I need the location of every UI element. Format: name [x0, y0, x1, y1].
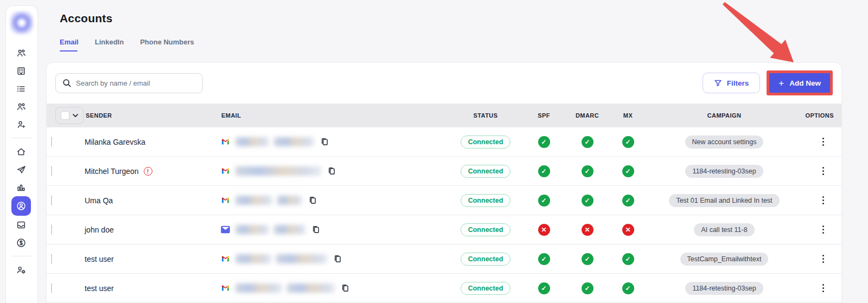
copy-icon[interactable]: [333, 254, 342, 263]
tab-bar: EmailLinkedInPhone Numbers: [60, 38, 868, 51]
column-header-mx: MX: [608, 112, 648, 119]
redacted-email: [235, 254, 271, 263]
warning-icon[interactable]: !: [144, 167, 152, 176]
spf-status-icon: ✓: [538, 282, 550, 294]
row-checkbox[interactable]: [51, 224, 52, 235]
campaign-badge: 1184-retesting-03sep: [685, 282, 763, 295]
row-checkbox[interactable]: [51, 195, 52, 205]
sidebar-item-list[interactable]: [11, 80, 31, 98]
sidebar-item-send[interactable]: [11, 160, 31, 178]
redacted-email: [287, 283, 335, 293]
options-kebab-menu[interactable]: [819, 282, 827, 294]
spf-status-icon: ✕: [538, 224, 550, 236]
tab-email[interactable]: Email: [60, 38, 79, 51]
sidebar-item-bar-chart[interactable]: [11, 178, 31, 196]
gmail-icon: [220, 138, 231, 146]
mx-status-icon: ✓: [622, 253, 634, 265]
redacted-email: [276, 254, 327, 263]
sender-name: john doe: [85, 225, 114, 234]
list-icon: [16, 83, 27, 94]
gmail-icon: [220, 284, 231, 292]
campaign-badge: 1184-retesting-03sep: [685, 165, 763, 178]
bar-chart-icon: [16, 182, 27, 193]
copy-icon[interactable]: [308, 196, 317, 205]
options-kebab-menu[interactable]: [819, 253, 827, 265]
users-alt-icon: [16, 101, 27, 112]
tab-linkedin[interactable]: LinkedIn: [95, 38, 124, 51]
home-icon: [16, 146, 27, 157]
sidebar-nav: [11, 44, 32, 279]
sidebar-divider: [11, 138, 32, 138]
sender-name: test user: [85, 255, 114, 263]
column-header-spf: SPF: [521, 112, 567, 119]
dmarc-status-icon: ✓: [582, 136, 593, 148]
send-icon: [16, 164, 27, 175]
copy-icon[interactable]: [341, 283, 350, 293]
page-title: Accounts: [60, 12, 868, 25]
mx-status-icon: ✓: [622, 136, 634, 148]
spf-status-icon: ✓: [538, 195, 550, 207]
sidebar-item-inbox[interactable]: [11, 216, 31, 234]
campaign-badge: TestCamp_Emailwithtext: [680, 253, 769, 266]
column-header-email: EMAIL: [220, 112, 450, 119]
table-row: Mitchel Turgeon !: [47, 157, 841, 186]
dmarc-status-icon: ✓: [582, 165, 593, 177]
dmarc-status-icon: ✓: [582, 253, 593, 265]
spf-status-icon: ✓: [538, 165, 550, 177]
accounts-panel: Filters + Add New SENDEREMAILSTATUSSPFDM…: [46, 62, 842, 303]
column-header-sender: SENDER: [85, 112, 220, 119]
select-all-control[interactable]: [55, 107, 84, 124]
copy-icon[interactable]: [311, 225, 321, 234]
copy-icon[interactable]: [320, 137, 329, 146]
spf-status-icon: ✓: [538, 253, 550, 265]
inbox-icon: [16, 220, 27, 230]
app-logo: [10, 11, 33, 34]
status-badge: Connected: [461, 136, 511, 149]
column-header-options: OPTIONS: [800, 112, 841, 119]
filters-button[interactable]: Filters: [703, 73, 761, 93]
row-checkbox[interactable]: [51, 166, 52, 176]
page-header: Accounts EmailLinkedInPhone Numbers: [46, 0, 868, 51]
user-gear-icon: [16, 265, 27, 275]
options-kebab-menu[interactable]: [819, 165, 827, 177]
sidebar-item-users-alt[interactable]: [11, 98, 31, 115]
redacted-email: [235, 196, 272, 205]
options-kebab-menu[interactable]: [819, 136, 827, 148]
building-icon: [16, 66, 27, 76]
annotation-highlight-box: + Add New: [767, 70, 833, 95]
search-input[interactable]: [76, 79, 196, 87]
row-checkbox[interactable]: [51, 137, 52, 147]
options-kebab-menu[interactable]: [819, 194, 827, 207]
sidebar-item-user-plus[interactable]: [11, 115, 31, 133]
sidebar-item-home[interactable]: [11, 143, 31, 160]
dmarc-status-icon: ✓: [582, 282, 593, 294]
dmarc-status-icon: ✕: [582, 224, 593, 236]
sidebar-item-user-gear[interactable]: [11, 261, 31, 279]
table-row: test user !: [47, 274, 841, 303]
copy-icon[interactable]: [327, 166, 336, 176]
table-row: Milanka Garevska !: [47, 127, 841, 157]
mail-envelope-icon: [220, 225, 231, 234]
redacted-email: [274, 225, 305, 234]
tab-phone-numbers[interactable]: Phone Numbers: [140, 38, 194, 51]
row-checkbox[interactable]: [51, 283, 52, 293]
user-circle-icon: [16, 201, 27, 211]
filters-button-label: Filters: [727, 79, 749, 87]
sidebar-item-dollar-circle[interactable]: [11, 234, 31, 252]
campaign-badge: AI call test 11-8: [694, 223, 754, 236]
redacted-email: [235, 225, 269, 234]
user-plus-icon: [16, 119, 27, 130]
select-all-checkbox[interactable]: [61, 111, 69, 120]
campaign-badge: New account settings: [685, 136, 764, 149]
sender-name: Uma Qa: [85, 196, 113, 205]
sidebar-item-users[interactable]: [11, 44, 31, 62]
redacted-email: [277, 196, 302, 205]
sidebar-item-user-circle[interactable]: [11, 196, 31, 216]
search-box[interactable]: [55, 73, 203, 93]
options-kebab-menu[interactable]: [819, 223, 827, 236]
sidebar-item-building[interactable]: [11, 62, 31, 80]
add-new-button[interactable]: + Add New: [769, 73, 830, 93]
mx-status-icon: ✓: [622, 165, 634, 177]
dmarc-status-icon: ✓: [582, 195, 593, 207]
row-checkbox[interactable]: [51, 254, 52, 264]
